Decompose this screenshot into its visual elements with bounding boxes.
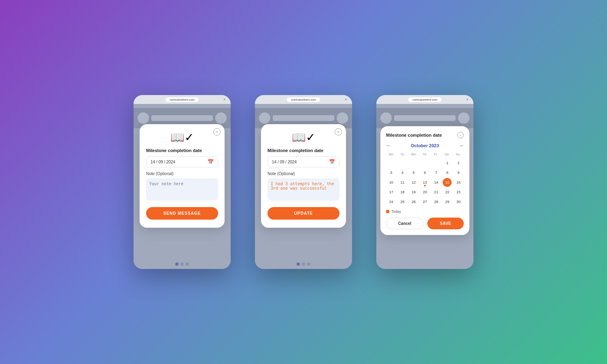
bg-avatar-6 [458,112,469,124]
cal-day-23[interactable]: 23 [454,188,463,197]
bg-avatar-5 [380,112,392,124]
cal-day-17[interactable]: 17 [387,188,396,197]
day-mo: Mo. [386,152,397,157]
prev-month-arrow[interactable]: ← [386,142,391,148]
cal-day-20[interactable]: 20 [420,188,429,197]
bg-top-3 [376,108,473,128]
bg-avatar-4 [337,112,348,124]
bg-avatar-1 [138,112,149,124]
dot-5 [302,262,305,266]
calendar-legend: Today [386,210,464,214]
cal-day-6[interactable]: 6 [420,168,429,177]
cal-day-15-today[interactable]: 15 [443,178,452,187]
modal-book-icon-2: 📖✓ [267,131,340,144]
month-year-label: October 2023 [411,143,439,148]
cal-day-9[interactable]: 9 [454,168,463,177]
calendar-nav: ← October 2023 → [386,142,464,148]
phone-frame-1: curriculumhero.com × × 📖✓ Milestone comp… [134,95,231,269]
calendar-save-button[interactable]: SAVE [427,218,464,229]
cal-day-13[interactable]: 13 [420,178,429,187]
date-value-1: 14 / 09 / 2024 [151,160,175,164]
send-message-button[interactable]: SEND MESSAGE [146,207,218,220]
phone-frame-3: curriculumhero.com × Milestone completio… [376,95,473,269]
cal-day-16[interactable]: 16 [454,178,463,187]
url-bar-3: curriculumhero.com [408,97,441,102]
cal-day-12[interactable]: 12 [409,178,418,187]
modal-close-1[interactable]: × [213,128,221,135]
update-modal: × 📖✓ Milestone completion date 14 / 09 /… [261,124,346,228]
cal-day-3[interactable]: 3 [387,168,396,177]
cal-day-10[interactable]: 10 [387,178,396,187]
note-label-2: Note (Optional) [267,171,340,176]
milestone-label-1: Milestone completion date [146,148,218,153]
next-month-arrow[interactable]: → [458,142,464,148]
cal-day-18[interactable]: 18 [398,188,407,197]
phone-top-bar-2: curriculumhero.com × [255,95,352,104]
date-value-2: 14 / 09 / 2024 [272,160,297,164]
calendar-footer: Cancel SAVE [386,218,464,229]
cal-day-5[interactable]: 5 [409,168,418,177]
update-button[interactable]: UPDATE [267,207,340,220]
dot-2 [180,262,184,266]
phone-dots-2 [297,262,310,266]
phone-dots-1 [175,262,189,266]
day-tu: Tu. [397,152,408,157]
dot-4 [297,262,300,266]
legend-dot [386,210,389,213]
screens-container: curriculumhero.com × × 📖✓ Milestone comp… [134,95,473,269]
cal-day-4[interactable]: 4 [398,168,407,177]
calendar-grid: 1 2 3 4 5 6 7 8 9 10 11 12 13 14 15 [386,159,464,206]
date-input-1[interactable]: 14 / 09 / 2024 📅 [146,156,218,167]
cal-day-11[interactable]: 11 [398,178,407,187]
cal-day-25[interactable]: 25 [398,197,407,206]
cal-day-7[interactable]: 7 [432,168,441,177]
url-bar-2: curriculumhero.com [287,97,320,102]
day-th: Th. [419,152,430,157]
calendar-header: Milestone completion date × [386,132,464,138]
day-fr: Fr. [431,152,441,157]
days-header: Mo. Tu. We. Th. Fr. Sa. Su. [386,152,464,157]
calendar-cancel-button[interactable]: Cancel [386,218,423,229]
cal-day-2[interactable]: 2 [454,159,463,167]
modal-book-icon: 📖✓ [146,131,218,144]
day-su: Su. [453,152,464,157]
day-sa: Sa. [441,152,452,157]
dot-3 [186,262,189,266]
bg-avatar-3 [259,112,270,124]
cal-day-29[interactable]: 29 [443,197,452,206]
cal-day-26[interactable]: 26 [409,197,418,206]
bg-bar-1 [151,115,213,121]
note-textarea-1[interactable] [146,178,218,201]
date-input-2[interactable]: 14 / 09 / 2024 📅 [267,156,340,167]
calendar-icon-1: 📅 [208,159,214,165]
cal-day-28[interactable]: 28 [432,197,441,206]
day-we: We. [408,152,419,157]
note-textarea-2[interactable]: I had 3 attempts here, the 3rd one was s… [267,178,340,201]
cal-day-27[interactable]: 27 [420,197,429,206]
calendar-icon-2: 📅 [329,159,335,165]
browser-close-3[interactable]: × [465,97,470,102]
dot-6 [307,262,310,266]
cal-day-19[interactable]: 19 [409,188,418,197]
phone-top-bar-3: curriculumhero.com × [376,95,473,104]
browser-close-2[interactable]: × [343,97,349,102]
legend-today-label: Today [391,210,401,214]
url-bar-1: curriculumhero.com [166,97,198,102]
cal-day-21[interactable]: 21 [432,188,441,197]
cal-day-14[interactable]: 14 [432,178,441,187]
browser-close-1[interactable]: × [222,97,227,102]
send-message-modal: × 📖✓ Milestone completion date 14 / 09 /… [140,124,225,228]
cal-day-30[interactable]: 30 [454,197,463,206]
phone-top-bar-1: curriculumhero.com × [134,95,231,104]
cal-day-8[interactable]: 8 [443,168,452,177]
modal-close-2[interactable]: × [335,128,342,135]
milestone-label-2: Milestone completion date [267,148,340,153]
phone-bg-1: × 📖✓ Milestone completion date 14 / 09 /… [134,104,231,269]
cal-day-22[interactable]: 22 [443,188,452,197]
phone-frame-2: curriculumhero.com × × 📖✓ Milestone comp… [255,95,352,269]
calendar-close[interactable]: × [457,132,464,138]
cal-day-1[interactable]: 1 [443,159,452,167]
note-label-1: Note (Optional) [146,171,218,176]
calendar-modal: Milestone completion date × ← October 20… [380,126,469,235]
cal-day-24[interactable]: 24 [387,197,396,206]
